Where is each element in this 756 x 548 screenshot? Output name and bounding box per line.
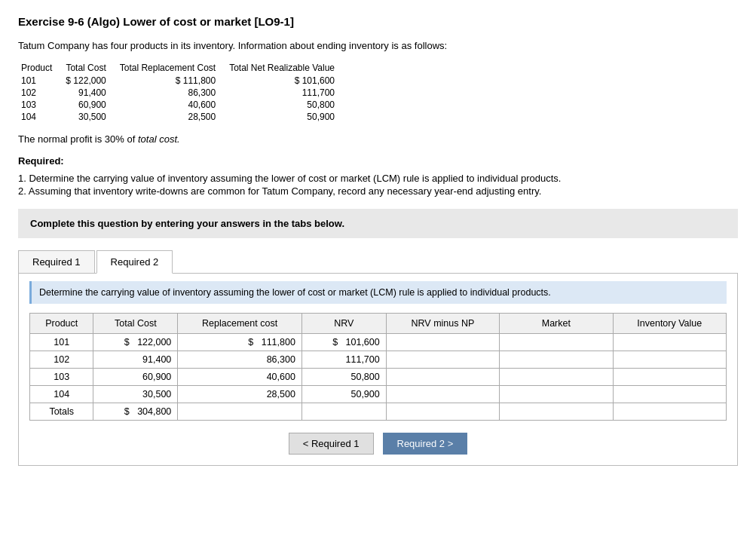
col-nrv-minus-np: NRV minus NP: [386, 314, 499, 334]
row-103-inventory-value[interactable]: [613, 369, 726, 386]
next-button[interactable]: Required 2 >: [383, 433, 468, 455]
input-row-102-nrv-minus-np[interactable]: [425, 354, 493, 365]
totals-nrv: [301, 403, 386, 421]
info-table: Product Total Cost Total Replacement Cos…: [18, 62, 345, 123]
totals-nrv-minus-np: [386, 403, 499, 421]
info-row-101: 101 $ 122,000 $ 111,800 $ 101,600: [18, 75, 345, 87]
info-col-product: Product: [18, 62, 63, 75]
info-cost-101: $ 122,000: [63, 75, 116, 87]
row-102-total-cost: 91,400: [93, 351, 178, 369]
info-col-replacement-cost: Total Replacement Cost: [117, 62, 226, 75]
totals-total-cost: $ 304,800: [93, 403, 178, 421]
info-product-103: 103: [18, 99, 63, 111]
info-cost-102: 91,400: [63, 87, 116, 99]
input-row-102-market[interactable]: [539, 354, 607, 365]
col-inventory-value: Inventory Value: [613, 314, 726, 334]
row-104-nrv: 50,900: [301, 386, 386, 403]
tabs-container: Required 1 Required 2: [18, 250, 738, 274]
info-table-wrapper: Product Total Cost Total Replacement Cos…: [18, 62, 738, 123]
tab-content: Determine the carrying value of inventor…: [18, 274, 738, 466]
info-rc-104: 28,500: [117, 111, 226, 123]
info-row-103: 103 60,900 40,600 50,800: [18, 99, 345, 111]
info-nrv-102: 111,700: [226, 87, 345, 99]
row-102-replacement-cost: 86,300: [178, 351, 302, 369]
input-row-104-market[interactable]: [539, 389, 607, 400]
row-101-nrv: $ 101,600: [301, 334, 386, 351]
complete-box: Complete this question by entering your …: [18, 209, 738, 238]
input-row-104-inventory-value[interactable]: [652, 389, 720, 400]
row-101-replacement-cost: $ 111,800: [178, 334, 302, 351]
input-row-104-nrv-minus-np[interactable]: [425, 389, 493, 400]
row-102-nrv-minus-np[interactable]: [386, 351, 499, 369]
totals-inventory-value: [613, 403, 726, 421]
exercise-title: Exercise 9-6 (Algo) Lower of cost or mar…: [18, 15, 738, 28]
table-row: 102 91,400 86,300 111,700: [30, 351, 727, 369]
row-104-inventory-value[interactable]: [613, 386, 726, 403]
totals-market: [500, 403, 613, 421]
row-102-product: 102: [30, 351, 93, 369]
info-product-102: 102: [18, 87, 63, 99]
prev-button[interactable]: < Required 1: [289, 433, 374, 455]
info-rc-103: 40,600: [117, 99, 226, 111]
data-table: Product Total Cost Replacement cost NRV …: [29, 313, 727, 421]
normal-profit-note: The normal profit is 30% of total cost.: [18, 133, 738, 145]
input-row-103-inventory-value[interactable]: [652, 372, 720, 382]
table-row: 104 30,500 28,500 50,900: [30, 386, 727, 403]
row-101-product: 101: [30, 334, 93, 351]
info-table-header-row: Product Total Cost Total Replacement Cos…: [18, 62, 345, 75]
row-103-nrv-minus-np[interactable]: [386, 369, 499, 386]
row-101-inventory-value[interactable]: [613, 334, 726, 351]
row-101-market[interactable]: [500, 334, 613, 351]
table-row: 101 $ 122,000 $ 111,800 $ 101,600: [30, 334, 727, 351]
instructions: 1. Determine the carrying value of inven…: [18, 173, 738, 197]
nav-buttons: < Required 1 Required 2 >: [29, 433, 727, 455]
input-row-103-market[interactable]: [539, 372, 607, 382]
input-row-102-inventory-value[interactable]: [652, 354, 720, 365]
input-row-101-nrv-minus-np[interactable]: [425, 337, 493, 347]
row-103-replacement-cost: 40,600: [178, 369, 302, 386]
input-row-101-inventory-value[interactable]: [652, 337, 720, 347]
description: Tatum Company has four products in its i…: [18, 40, 738, 51]
info-col-total-cost: Total Cost: [63, 62, 116, 75]
col-market: Market: [500, 314, 613, 334]
info-row-102: 102 91,400 86,300 111,700: [18, 87, 345, 99]
col-total-cost: Total Cost: [93, 314, 178, 334]
data-table-header-row: Product Total Cost Replacement cost NRV …: [30, 314, 727, 334]
row-104-total-cost: 30,500: [93, 386, 178, 403]
info-nrv-103: 50,800: [226, 99, 345, 111]
row-101-nrv-minus-np[interactable]: [386, 334, 499, 351]
row-102-inventory-value[interactable]: [613, 351, 726, 369]
info-rc-102: 86,300: [117, 87, 226, 99]
info-nrv-101: $ 101,600: [226, 75, 345, 87]
info-product-104: 104: [18, 111, 63, 123]
info-nrv-104: 50,900: [226, 111, 345, 123]
row-104-market[interactable]: [500, 386, 613, 403]
totals-row: Totals $ 304,800: [30, 403, 727, 421]
info-row-104: 104 30,500 28,500 50,900: [18, 111, 345, 123]
totals-label: Totals: [30, 403, 93, 421]
info-cost-103: 60,900: [63, 99, 116, 111]
row-102-market[interactable]: [500, 351, 613, 369]
row-103-market[interactable]: [500, 369, 613, 386]
input-row-103-nrv-minus-np[interactable]: [425, 372, 493, 382]
info-rc-101: $ 111,800: [117, 75, 226, 87]
row-103-product: 103: [30, 369, 93, 386]
instruction-1: 1. Determine the carrying value of inven…: [18, 173, 738, 184]
col-replacement-cost: Replacement cost: [178, 314, 302, 334]
row-104-product: 104: [30, 386, 93, 403]
row-104-nrv-minus-np[interactable]: [386, 386, 499, 403]
tab-description: Determine the carrying value of inventor…: [29, 281, 727, 304]
row-101-total-cost: $ 122,000: [93, 334, 178, 351]
input-row-101-market[interactable]: [539, 337, 607, 347]
table-row: 103 60,900 40,600 50,800: [30, 369, 727, 386]
row-104-replacement-cost: 28,500: [178, 386, 302, 403]
tab-required-1[interactable]: Required 1: [18, 250, 95, 273]
required-header: Required:: [18, 155, 738, 167]
row-103-nrv: 50,800: [301, 369, 386, 386]
info-col-net-realizable: Total Net Realizable Value: [226, 62, 345, 75]
col-product: Product: [30, 314, 93, 334]
tab-required-2[interactable]: Required 2: [96, 250, 173, 274]
instruction-2: 2. Assuming that inventory write-downs a…: [18, 185, 738, 197]
col-nrv: NRV: [301, 314, 386, 334]
info-product-101: 101: [18, 75, 63, 87]
